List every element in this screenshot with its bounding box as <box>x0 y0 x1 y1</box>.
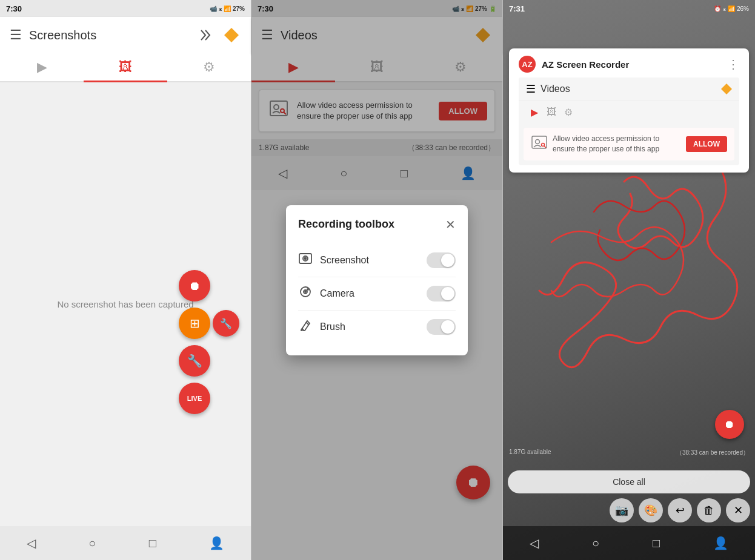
brush-icon <box>298 318 320 336</box>
svg-line-15 <box>544 146 546 148</box>
az-notif-menu-icon[interactable]: ⋮ <box>727 57 739 71</box>
status-bar-1: 7:30 📹 ⁎ 📶 27% <box>0 0 251 17</box>
brush-label: Brush <box>320 321 427 332</box>
dialog-header: Recording toolbox ✕ <box>298 217 456 232</box>
status-bar-3: 7:31 ⏰ ⁎ 📶 26% <box>503 0 755 17</box>
app-title-1: Screenshots <box>29 28 188 42</box>
tab-video-1[interactable]: ▶ <box>0 53 84 81</box>
bluetooth-icon-3: ⁎ <box>723 5 726 12</box>
battery-3: 26% <box>737 5 749 12</box>
delete-bottom-icon[interactable]: 🗑 <box>697 498 721 522</box>
content-area-1: No screenshot has been captured ⏺ ⊞ 🔧 🔧 … <box>0 82 251 526</box>
wifi-icon-3: 📶 <box>728 5 735 12</box>
record-fab-1[interactable]: ⏺ <box>179 270 210 301</box>
az-inner-hamburger[interactable]: ☰ <box>526 82 536 96</box>
nav-bar-3: ◁ ○ □ 👤 <box>503 526 755 560</box>
wifi-icon: 📶 <box>224 5 231 12</box>
camera-label: Camera <box>320 288 427 299</box>
svg-point-13 <box>536 140 540 144</box>
az-notif-header: AZ AZ Screen Recorder ⋮ <box>519 56 739 73</box>
svg-point-6 <box>305 257 307 259</box>
undo-bottom-icon[interactable]: ↩ <box>668 498 692 522</box>
dialog-row-camera: Camera <box>298 277 456 311</box>
brush-toggle[interactable] <box>427 319 456 335</box>
az-inner-title: Videos <box>540 84 716 94</box>
dialog-close-button[interactable]: ✕ <box>445 217 456 232</box>
az-app-icon: AZ <box>519 56 536 73</box>
camera-bottom-icon[interactable]: 📷 <box>610 498 634 522</box>
recents-btn-1[interactable]: □ <box>149 536 156 550</box>
panel-az-recorder: 7:31 ⏰ ⁎ 📶 26% AZ AZ Screen Recorder ⋮ ☰… <box>503 0 755 560</box>
close-all-button[interactable]: Close all <box>508 470 750 493</box>
live-fab-1[interactable]: LIVE <box>179 383 210 414</box>
toolbox-icon-1: 🔧 <box>220 318 232 329</box>
back-btn-3[interactable]: ◁ <box>530 536 539 550</box>
record-time-3: （38:33 can be recorded） <box>676 449 749 457</box>
screenshot-icon <box>298 251 320 269</box>
hamburger-menu-1[interactable]: ☰ <box>10 27 22 43</box>
tool-fab-1[interactable]: 🔧 <box>179 345 210 377</box>
svg-point-14 <box>542 143 545 147</box>
user-btn-1[interactable]: 👤 <box>209 536 224 550</box>
az-inner-sketch-icon <box>721 84 732 94</box>
az-inner-app-bar: ☰ Videos <box>519 77 739 101</box>
camera-toggle-thumb <box>441 287 454 300</box>
az-inner-tabs: ▶ 🖼 ⚙ <box>519 101 739 123</box>
svg-point-10 <box>307 289 308 290</box>
close-all-bar: Close all <box>508 470 750 493</box>
settings-tab-icon-1: ⚙ <box>203 59 215 75</box>
az-inner-permission: Allow video access permission to ensure … <box>524 128 734 160</box>
brush-toggle-thumb <box>441 320 454 334</box>
az-notification: AZ AZ Screen Recorder ⋮ ☰ Videos ▶ 🖼 ⚙ <box>509 48 749 173</box>
az-notif-title: AZ Screen Recorder <box>542 59 721 70</box>
image-tab-icon-1: 🖼 <box>119 59 132 75</box>
grid-fab-1[interactable]: ⊞ <box>179 308 210 339</box>
dialog-title: Recording toolbox <box>298 218 394 231</box>
screenshot-label: Screenshot <box>320 255 427 266</box>
az-inner-tab-image[interactable]: 🖼 <box>543 104 560 120</box>
home-btn-1[interactable]: ○ <box>88 536 96 550</box>
tool-icon-1: 🔧 <box>187 354 202 368</box>
record-fab-3[interactable]: ⏺ <box>715 410 744 439</box>
panel-videos: 7:30 📹 ⁎ 📶 27% 🔋 ☰ Videos ▶ 🖼 ⚙ <box>251 0 503 560</box>
nav-bar-1: ◁ ○ □ 👤 <box>0 526 251 560</box>
screenshot-toggle[interactable] <box>427 252 456 268</box>
close-all-label: Close all <box>613 477 645 487</box>
home-btn-3[interactable]: ○ <box>592 536 599 550</box>
bottom-icons-bar: 📷 🎨 ↩ 🗑 ✕ <box>508 498 750 522</box>
az-inner-app: ☰ Videos ▶ 🖼 ⚙ <box>519 77 739 165</box>
bluetooth-icon: ⁎ <box>219 5 222 12</box>
storage-info-3: 1.87G available （38:33 can be recorded） <box>509 449 749 457</box>
dialog-row-screenshot: Screenshot <box>298 244 456 277</box>
az-allow-button[interactable]: ALLOW <box>686 136 727 152</box>
az-inner-tab-settings[interactable]: ⚙ <box>560 104 577 120</box>
time-1: 7:30 <box>6 4 22 13</box>
alarm-icon: ⏰ <box>714 5 721 12</box>
back-btn-1[interactable]: ◁ <box>27 536 36 550</box>
record-icon-1: ⏺ <box>188 279 201 293</box>
camera-toggle[interactable] <box>427 286 456 301</box>
user-btn-3[interactable]: 👤 <box>713 536 728 550</box>
tab-bar-1: ▶ 🖼 ⚙ <box>0 53 251 82</box>
screenshot-toggle-thumb <box>441 254 454 267</box>
record-icon-3: ⏺ <box>724 418 735 431</box>
palette-bottom-icon[interactable]: 🎨 <box>639 498 663 522</box>
tab-settings-1[interactable]: ⚙ <box>167 53 251 81</box>
sketch-icon-1[interactable] <box>222 25 241 45</box>
camera-icon <box>298 285 320 303</box>
run-icon[interactable] <box>195 25 215 45</box>
tab-image-1[interactable]: 🖼 <box>84 53 167 81</box>
az-inner-tab-video[interactable]: ▶ <box>526 104 543 120</box>
toolbox-fab-1[interactable]: 🔧 <box>213 310 239 337</box>
dialog-overlay: Recording toolbox ✕ Screenshot <box>251 0 502 560</box>
close-bottom-icon[interactable]: ✕ <box>726 498 750 522</box>
recents-btn-3[interactable]: □ <box>653 536 660 550</box>
time-3: 7:31 <box>509 4 525 13</box>
app-bar-1: ☰ Screenshots <box>0 17 251 53</box>
az-inner-permission-text: Allow video access permission to ensure … <box>553 134 681 154</box>
status-icons-3: ⏰ ⁎ 📶 26% <box>714 5 749 12</box>
live-label-1: LIVE <box>187 395 202 402</box>
empty-text-1: No screenshot has been captured <box>57 299 193 309</box>
az-perm-icon <box>531 134 548 154</box>
camera-icon-status: 📹 <box>210 5 217 12</box>
